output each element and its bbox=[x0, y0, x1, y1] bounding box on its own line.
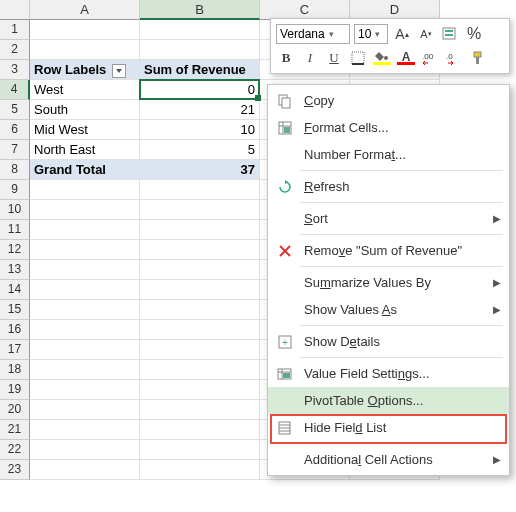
menu-refresh[interactable]: Refresh bbox=[268, 173, 509, 200]
row-header[interactable]: 7 bbox=[0, 140, 30, 160]
decrease-font-icon[interactable]: A▾ bbox=[416, 24, 436, 44]
cell[interactable] bbox=[30, 300, 140, 320]
col-header-b[interactable]: B bbox=[140, 0, 260, 20]
row-header[interactable]: 19 bbox=[0, 380, 30, 400]
cell[interactable]: Row Labels bbox=[30, 60, 140, 80]
font-size-select[interactable]: 10▾ bbox=[354, 24, 388, 44]
menu-show-values-as[interactable]: Show Values As ▶ bbox=[268, 296, 509, 323]
bold-button[interactable]: B bbox=[276, 48, 296, 68]
row-header[interactable]: 5 bbox=[0, 100, 30, 120]
cell[interactable] bbox=[30, 460, 140, 480]
cell[interactable] bbox=[140, 280, 260, 300]
cell[interactable]: South bbox=[30, 100, 140, 120]
cell[interactable] bbox=[30, 240, 140, 260]
cell[interactable] bbox=[140, 400, 260, 420]
cell[interactable]: 21 bbox=[140, 100, 260, 120]
row-header[interactable]: 4 bbox=[0, 80, 30, 100]
row-header[interactable]: 6 bbox=[0, 120, 30, 140]
cell[interactable] bbox=[140, 320, 260, 340]
cell[interactable]: Mid West bbox=[30, 120, 140, 140]
row-header[interactable]: 17 bbox=[0, 340, 30, 360]
row-header[interactable]: 20 bbox=[0, 400, 30, 420]
format-painter-icon[interactable] bbox=[468, 48, 488, 68]
cell[interactable] bbox=[30, 280, 140, 300]
col-header-c[interactable]: C bbox=[260, 0, 350, 20]
row-header[interactable]: 22 bbox=[0, 440, 30, 460]
cell[interactable] bbox=[140, 420, 260, 440]
underline-button[interactable]: U bbox=[324, 48, 344, 68]
accounting-format-icon[interactable] bbox=[440, 24, 460, 44]
cell[interactable] bbox=[140, 380, 260, 400]
menu-hide-field-list[interactable]: Hide Field List bbox=[268, 414, 509, 441]
row-header[interactable]: 16 bbox=[0, 320, 30, 340]
cell[interactable] bbox=[140, 40, 260, 60]
cell[interactable] bbox=[30, 260, 140, 280]
menu-additional-actions[interactable]: Additional Cell Actions ▶ bbox=[268, 446, 509, 473]
cell[interactable] bbox=[140, 220, 260, 240]
font-name-select[interactable]: Verdana▾ bbox=[276, 24, 350, 44]
row-header[interactable]: 23 bbox=[0, 460, 30, 480]
decrease-decimal-icon[interactable]: .00 bbox=[420, 48, 440, 68]
row-header[interactable]: 3 bbox=[0, 60, 30, 80]
cell[interactable] bbox=[30, 220, 140, 240]
cell[interactable]: 37 bbox=[140, 160, 260, 180]
cell[interactable]: 0 bbox=[140, 80, 260, 100]
cell[interactable] bbox=[140, 340, 260, 360]
increase-decimal-icon[interactable]: .0 bbox=[444, 48, 464, 68]
cell[interactable] bbox=[30, 340, 140, 360]
row-header[interactable]: 11 bbox=[0, 220, 30, 240]
cell[interactable] bbox=[30, 200, 140, 220]
percent-icon[interactable]: % bbox=[464, 24, 484, 44]
col-header-a[interactable]: A bbox=[30, 0, 140, 20]
font-color-icon[interactable]: A bbox=[396, 48, 416, 68]
row-header[interactable]: 18 bbox=[0, 360, 30, 380]
menu-remove[interactable]: Remove "Sum of Revenue" bbox=[268, 237, 509, 264]
menu-copy[interactable]: Copy bbox=[268, 87, 509, 114]
italic-button[interactable]: I bbox=[300, 48, 320, 68]
cell[interactable] bbox=[140, 200, 260, 220]
cell[interactable] bbox=[30, 380, 140, 400]
cell[interactable]: West bbox=[30, 80, 140, 100]
cell[interactable] bbox=[30, 440, 140, 460]
menu-summarize[interactable]: Summarize Values By ▶ bbox=[268, 269, 509, 296]
menu-value-field-settings[interactable]: Value Field Settings... bbox=[268, 360, 509, 387]
cell[interactable] bbox=[140, 240, 260, 260]
row-header[interactable]: 21 bbox=[0, 420, 30, 440]
increase-font-icon[interactable]: A▴ bbox=[392, 24, 412, 44]
menu-format-cells[interactable]: Format Cells... bbox=[268, 114, 509, 141]
cell[interactable] bbox=[30, 360, 140, 380]
select-all-corner[interactable] bbox=[0, 0, 30, 20]
row-header[interactable]: 9 bbox=[0, 180, 30, 200]
menu-sort[interactable]: Sort ▶ bbox=[268, 205, 509, 232]
cell[interactable] bbox=[30, 20, 140, 40]
cell[interactable] bbox=[30, 400, 140, 420]
fill-color-icon[interactable] bbox=[372, 48, 392, 68]
filter-dropdown-icon[interactable] bbox=[112, 64, 126, 78]
col-header-d[interactable]: D bbox=[350, 0, 440, 20]
row-header[interactable]: 8 bbox=[0, 160, 30, 180]
cell[interactable] bbox=[30, 40, 140, 60]
cell[interactable] bbox=[30, 180, 140, 200]
cell[interactable] bbox=[140, 260, 260, 280]
cell[interactable]: 10 bbox=[140, 120, 260, 140]
row-header[interactable]: 15 bbox=[0, 300, 30, 320]
menu-number-format[interactable]: Number Format... bbox=[268, 141, 509, 168]
cell[interactable]: North East bbox=[30, 140, 140, 160]
row-header[interactable]: 12 bbox=[0, 240, 30, 260]
cell[interactable] bbox=[140, 440, 260, 460]
cell[interactable] bbox=[140, 20, 260, 40]
cell[interactable] bbox=[140, 180, 260, 200]
cell[interactable]: Sum of Revenue bbox=[140, 60, 260, 80]
cell[interactable] bbox=[30, 420, 140, 440]
cell[interactable] bbox=[140, 460, 260, 480]
row-header[interactable]: 10 bbox=[0, 200, 30, 220]
row-header[interactable]: 1 bbox=[0, 20, 30, 40]
cell[interactable]: Grand Total bbox=[30, 160, 140, 180]
row-header[interactable]: 14 bbox=[0, 280, 30, 300]
cell[interactable] bbox=[140, 360, 260, 380]
menu-show-details[interactable]: + Show Details bbox=[268, 328, 509, 355]
row-header[interactable]: 13 bbox=[0, 260, 30, 280]
row-header[interactable]: 2 bbox=[0, 40, 30, 60]
cell[interactable] bbox=[140, 300, 260, 320]
cell[interactable]: 5 bbox=[140, 140, 260, 160]
